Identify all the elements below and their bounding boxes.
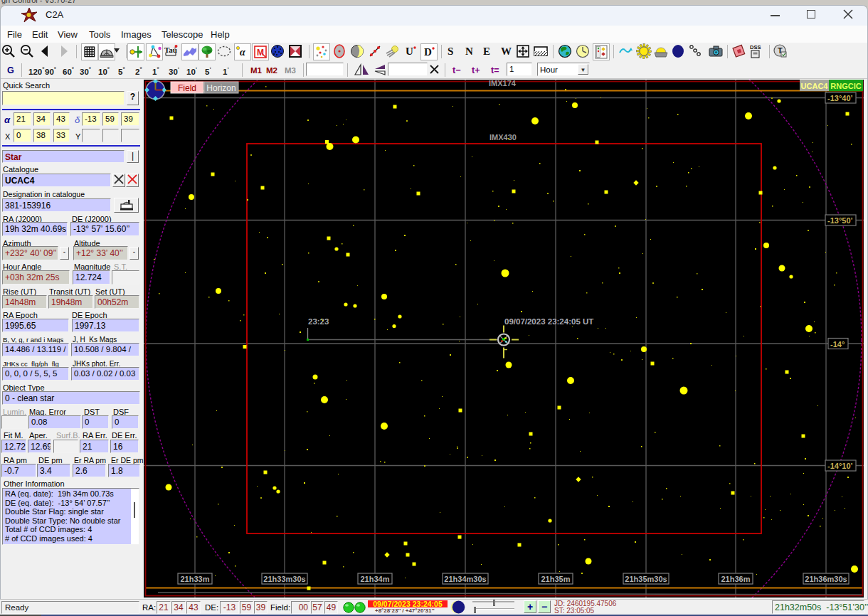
svg-text:Field: Field	[178, 83, 196, 93]
svg-text:21h36m: 21h36m	[721, 575, 751, 583]
svg-text:IMX174: IMX174	[489, 80, 517, 87]
svg-text:IMX430: IMX430	[489, 133, 517, 142]
svg-text:-14°10’: -14°10’	[827, 462, 853, 470]
svg-text:U: U	[406, 46, 413, 57]
svg-text:-14°: -14°	[830, 340, 845, 349]
svg-text:21h34m: 21h34m	[361, 575, 390, 583]
svg-text:21h34m30s: 21h34m30s	[444, 575, 486, 583]
svg-text:D: D	[424, 46, 432, 58]
svg-text:21h36m30s: 21h36m30s	[805, 575, 847, 583]
svg-text:23:23: 23:23	[308, 317, 329, 326]
svg-text:UCAC4: UCAC4	[801, 82, 829, 90]
svg-text:21h35m: 21h35m	[541, 575, 571, 583]
svg-text:-13°40’: -13°40’	[827, 94, 853, 102]
svg-text:21h33m30s: 21h33m30s	[263, 575, 305, 583]
svg-text:-13°50’: -13°50’	[827, 216, 853, 225]
svg-text:21h33m: 21h33m	[181, 575, 210, 583]
svg-text:09/07/2023 23:24:05 UT: 09/07/2023 23:24:05 UT	[504, 317, 593, 326]
svg-text:RNGCIC: RNGCIC	[830, 82, 861, 90]
svg-text:21h35m30s: 21h35m30s	[625, 575, 667, 583]
svg-text:DSS: DSS	[750, 44, 761, 51]
svg-text:α: α	[240, 47, 245, 58]
svg-text:Horizon: Horizon	[206, 83, 235, 93]
svg-text:M: M	[257, 48, 264, 58]
